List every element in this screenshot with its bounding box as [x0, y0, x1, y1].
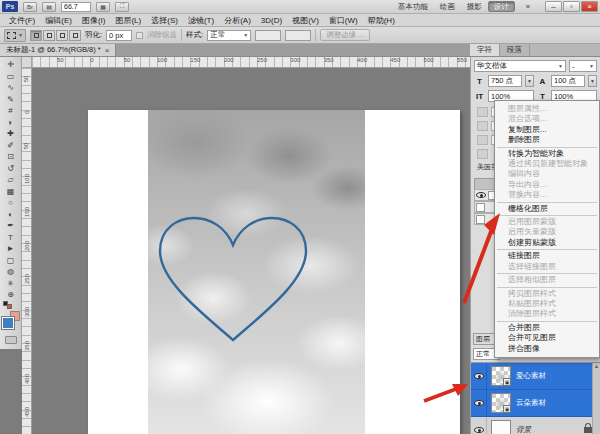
layer-name[interactable]: 爱心素材 — [516, 371, 600, 381]
tool-button[interactable]: ◐ — [2, 209, 20, 221]
app-zoom-level-field[interactable]: 66.7 — [61, 2, 91, 12]
context-menu-item[interactable]: 编辑内容 — [495, 169, 599, 179]
tool-button[interactable]: ◍ — [2, 266, 20, 278]
menu-item[interactable]: 图层(L) — [110, 15, 146, 26]
tool-button[interactable]: ✳ — [2, 278, 20, 290]
tool-button[interactable]: ○ — [2, 197, 20, 209]
font-size-input[interactable]: 750 点 — [488, 75, 522, 87]
menu-item[interactable]: 编辑(E) — [40, 15, 77, 26]
canvas-viewport[interactable] — [32, 68, 470, 434]
tool-button[interactable]: ✐ — [2, 140, 20, 152]
context-menu-item[interactable] — [495, 286, 599, 289]
style-select[interactable]: 正常 ▼ — [207, 30, 251, 41]
vertical-ruler[interactable]: 50050100150200250300350400450 — [22, 68, 32, 434]
quick-mask-button[interactable] — [5, 336, 17, 344]
launch-bridge-icon[interactable]: Br — [23, 2, 37, 12]
menu-item[interactable]: 选择(S) — [146, 15, 183, 26]
new-selection-button[interactable] — [30, 30, 42, 41]
intersect-selection-button[interactable] — [69, 30, 81, 41]
default-colors-control[interactable] — [1, 301, 21, 309]
context-menu-item[interactable]: 选择相似图层 — [495, 275, 599, 285]
workspace-button[interactable]: 摄影 — [461, 1, 488, 12]
layer-thumbnail[interactable]: ▣ — [491, 393, 511, 413]
document-canvas[interactable] — [88, 110, 460, 434]
menu-item[interactable]: 文件(F) — [4, 15, 40, 26]
context-menu-item[interactable] — [495, 248, 599, 251]
leading-input[interactable]: 100 点 — [551, 75, 585, 87]
tool-button[interactable]: ∿ — [2, 82, 20, 94]
workspace-button[interactable]: 绘画 — [434, 1, 461, 12]
context-menu-item[interactable] — [495, 146, 599, 149]
context-menu-item[interactable]: 删除图层 — [495, 135, 599, 145]
tool-button[interactable]: ▢ — [2, 255, 20, 267]
context-menu-item[interactable]: 合并可见图层 — [495, 333, 599, 343]
refine-edge-button[interactable]: 调整边缘… — [320, 29, 370, 41]
visibility-toggle[interactable] — [471, 390, 487, 416]
layer-thumbnail[interactable]: ▣ — [491, 420, 511, 434]
context-menu-item[interactable]: 选择链接图层 — [495, 262, 599, 272]
tool-button[interactable]: ◗ — [2, 117, 20, 129]
font-size-dropdown[interactable]: ▼ — [525, 75, 534, 87]
layer-row[interactable]: ▣ 背景 — [471, 417, 600, 434]
workspace-button[interactable]: 设计 — [488, 1, 515, 12]
context-menu-item[interactable]: 创建剪贴蒙版 — [495, 238, 599, 248]
foreground-color-swatch[interactable] — [2, 317, 14, 329]
menu-item[interactable]: 帮助(H) — [363, 15, 400, 26]
context-menu-item[interactable]: 合并图层 — [495, 323, 599, 333]
menu-item[interactable]: 3D(D) — [256, 16, 287, 25]
eye-icon[interactable] — [476, 192, 486, 198]
context-menu-item[interactable]: 混合选项... — [495, 114, 599, 124]
context-menu-item[interactable]: 拼合图像 — [495, 344, 599, 354]
document-tab[interactable]: 未标题-1 @ 66.7%(RGB/8) * × — [0, 44, 116, 56]
layer-thumbnail[interactable]: ▣ — [491, 366, 511, 386]
arrange-documents-icon[interactable]: ▦ — [96, 2, 110, 12]
workspace-overflow-chevron[interactable]: » — [520, 1, 536, 12]
font-family-select[interactable]: 华文楷体▼ — [474, 60, 566, 72]
context-menu-item[interactable]: 转换为智能对象 — [495, 149, 599, 159]
context-menu-item[interactable]: 拷贝图层样式 — [495, 289, 599, 299]
panel-tab[interactable]: 字符 — [470, 44, 500, 56]
close-button[interactable]: × — [581, 1, 598, 12]
context-menu-item[interactable]: 清除图层样式 — [495, 309, 599, 319]
menu-item[interactable]: 视图(V) — [287, 15, 324, 26]
font-style-select[interactable]: -▼ — [569, 60, 597, 72]
antialias-checkbox[interactable] — [136, 32, 143, 39]
visibility-toggle[interactable] — [471, 363, 487, 389]
workspace-button[interactable]: 基本功能 — [392, 1, 434, 12]
layer-row[interactable]: ▣ 云朵素材 — [471, 390, 600, 417]
menu-item[interactable]: 窗口(W) — [324, 15, 363, 26]
view-extras-icon[interactable]: ▤ — [42, 2, 56, 12]
layer-row[interactable]: ▣ 爱心素材 — [471, 363, 600, 390]
context-menu-item[interactable]: 启用图层蒙版 — [495, 217, 599, 227]
minimize-button[interactable]: – — [545, 1, 562, 12]
tool-button[interactable]: T — [2, 232, 20, 244]
tool-button[interactable]: ✒ — [2, 220, 20, 232]
tool-button[interactable]: ► — [2, 243, 20, 255]
add-selection-button[interactable] — [43, 30, 55, 41]
width-input[interactable] — [255, 30, 281, 41]
layers-scrollbar[interactable]: ▲ — [592, 363, 600, 434]
tool-button[interactable]: # — [2, 105, 20, 117]
leading-dropdown[interactable]: ▼ — [588, 75, 597, 87]
context-menu-item[interactable] — [495, 272, 599, 275]
current-tool-preset[interactable]: ▼ — [4, 29, 26, 42]
tool-button[interactable]: ▦ — [2, 186, 20, 198]
context-menu-item[interactable] — [495, 201, 599, 204]
subtract-selection-button[interactable] — [56, 30, 68, 41]
tool-button[interactable]: ⊡ — [2, 151, 20, 163]
menu-item[interactable]: 图像(I) — [77, 15, 111, 26]
clouds-image-layer[interactable] — [148, 110, 365, 434]
context-menu-item[interactable]: 图层属性... — [495, 104, 599, 114]
tool-button[interactable]: ✛ — [2, 59, 20, 71]
screen-mode-icon[interactable]: ⛶ — [115, 2, 129, 12]
close-document-icon[interactable]: × — [105, 46, 110, 55]
context-menu-item[interactable]: 启用矢量蒙版 — [495, 227, 599, 237]
context-menu-item[interactable]: 栅格化图层 — [495, 204, 599, 214]
context-menu-item[interactable]: 导出内容... — [495, 180, 599, 190]
layer-name[interactable]: 云朵素材 — [516, 398, 600, 408]
context-menu-item[interactable]: 粘贴图层样式 — [495, 299, 599, 309]
visibility-toggle[interactable] — [471, 417, 487, 434]
horizontal-ruler[interactable]: 50050100150200250300350400450500550600 — [32, 57, 470, 68]
menu-item[interactable]: 分析(A) — [219, 15, 256, 26]
context-menu-item[interactable]: 替换内容... — [495, 190, 599, 200]
